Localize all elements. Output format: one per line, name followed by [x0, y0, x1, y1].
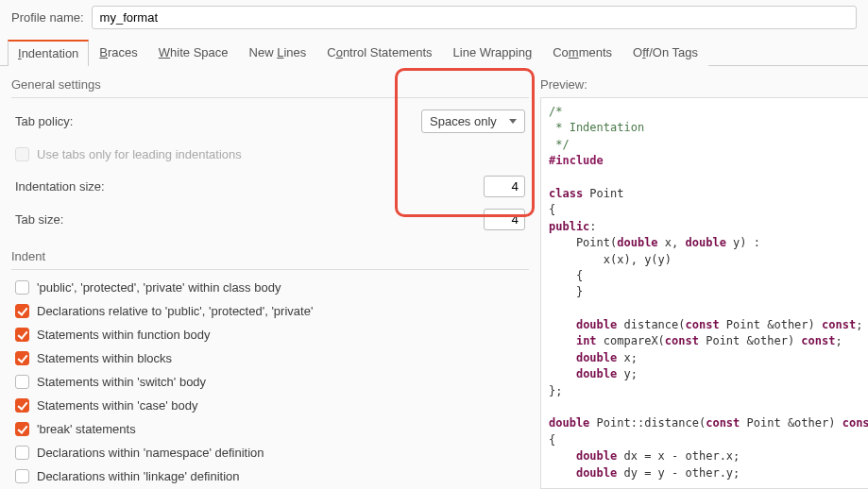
- indent-option-label: Statements within blocks: [37, 351, 172, 365]
- indent-option-label: 'public', 'protected', 'private' within …: [37, 280, 281, 295]
- preview-label: Preview:: [540, 74, 868, 97]
- checkbox-icon: [15, 328, 29, 342]
- checkbox-icon: [15, 375, 29, 389]
- use-tabs-leading-checkbox: Use tabs only for leading indentations: [15, 144, 242, 164]
- indent-option-label: 'break' statements: [37, 422, 136, 436]
- checkbox-icon: [15, 422, 29, 436]
- indent-option-3[interactable]: Statements within blocks: [15, 348, 525, 368]
- indent-option-5[interactable]: Statements within 'case' body: [15, 396, 525, 415]
- tab-5[interactable]: Line Wrapping: [443, 40, 543, 66]
- indent-option-4[interactable]: Statements within 'switch' body: [15, 372, 525, 392]
- indent-option-label: Statements within function body: [37, 328, 211, 342]
- tab-4[interactable]: Control Statements: [316, 40, 442, 66]
- tab-3[interactable]: New Lines: [239, 40, 317, 66]
- indent-option-2[interactable]: Statements within function body: [15, 325, 525, 345]
- indent-section: Indent 'public', 'protected', 'private' …: [11, 245, 529, 489]
- use-tabs-leading-label: Use tabs only for leading indentations: [37, 147, 242, 161]
- indent-option-label: Statements within 'case' body: [37, 398, 197, 413]
- tab-1[interactable]: Braces: [89, 40, 147, 66]
- tab-6[interactable]: Comments: [542, 40, 622, 66]
- chevron-down-icon: [509, 119, 517, 124]
- tab-size-label: Tab size:: [15, 212, 63, 227]
- tab-policy-label: Tab policy:: [15, 114, 73, 128]
- indent-size-input[interactable]: [484, 176, 525, 197]
- checkbox-icon: [15, 469, 29, 483]
- tab-policy-value: Spaces only: [430, 114, 497, 128]
- tab-size-input[interactable]: [484, 209, 525, 230]
- indent-size-label: Indentation size:: [15, 179, 105, 194]
- indent-option-label: Declarations relative to 'public', 'prot…: [37, 304, 313, 318]
- indent-option-label: Declarations within 'namespace' definiti…: [37, 446, 264, 460]
- profile-name-label: Profile name:: [11, 10, 84, 25]
- checkbox-icon: [15, 147, 29, 161]
- tabs-bar: IndentationBracesWhite SpaceNew LinesCon…: [0, 39, 868, 66]
- indent-option-label: Declarations within 'linkage' definition: [37, 469, 240, 483]
- tab-7[interactable]: Off/On Tags: [622, 40, 708, 66]
- indent-option-0[interactable]: 'public', 'protected', 'private' within …: [15, 278, 525, 297]
- indent-option-1[interactable]: Declarations relative to 'public', 'prot…: [15, 301, 525, 321]
- tab-2[interactable]: White Space: [148, 40, 239, 66]
- profile-name-input[interactable]: [92, 6, 857, 29]
- checkbox-icon: [15, 446, 29, 460]
- checkbox-icon: [15, 280, 29, 295]
- checkbox-icon: [15, 398, 29, 413]
- preview-code: /* * Indentation */ #include class Point…: [540, 97, 868, 489]
- indent-option-7[interactable]: Declarations within 'namespace' definiti…: [15, 443, 525, 463]
- checkbox-icon: [15, 304, 29, 318]
- checkbox-icon: [15, 351, 29, 365]
- general-settings-section: General settings Tab policy: Spaces only…: [11, 74, 529, 236]
- indent-option-6[interactable]: 'break' statements: [15, 419, 525, 439]
- indent-option-label: Statements within 'switch' body: [37, 375, 206, 389]
- tab-0[interactable]: Indentation: [8, 40, 89, 66]
- general-settings-title: General settings: [11, 74, 529, 98]
- tab-policy-select[interactable]: Spaces only: [421, 110, 525, 133]
- indent-option-8[interactable]: Declarations within 'linkage' definition: [15, 466, 525, 486]
- indent-title: Indent: [11, 245, 529, 270]
